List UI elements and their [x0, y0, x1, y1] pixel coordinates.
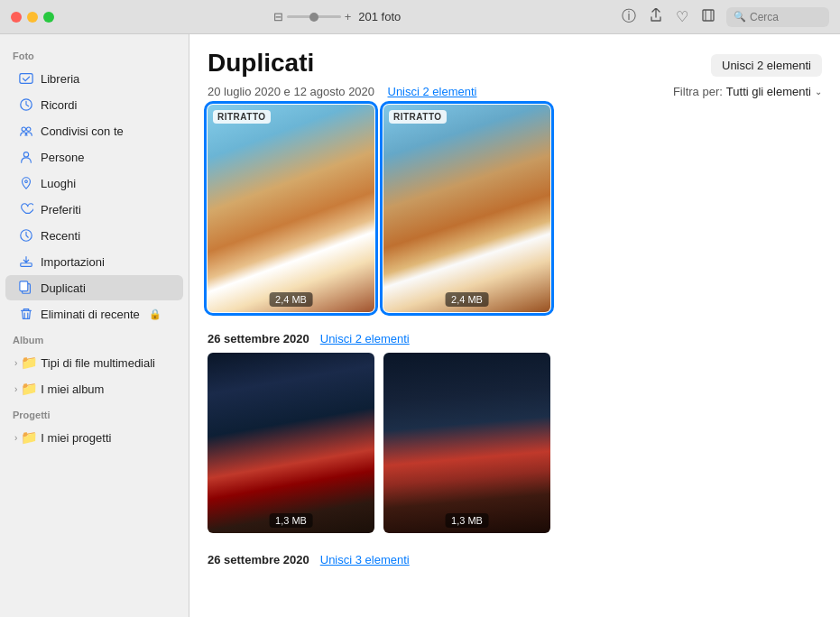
zoom-knob: [309, 13, 318, 22]
recenti-label: Recenti: [41, 229, 80, 243]
photo-item[interactable]: RITRATTO 2,4 MB: [383, 105, 550, 312]
section-date-header-2: 26 settembre 2020 Unisci 2 elementi: [189, 327, 840, 353]
photo-size: 1,3 MB: [445, 513, 489, 528]
eliminati-label: Eliminati di recente: [41, 308, 140, 321]
svg-point-7: [23, 152, 28, 157]
zoom-in-icon: +: [345, 10, 352, 23]
close-button[interactable]: [11, 12, 22, 23]
minimize-button[interactable]: [27, 12, 38, 23]
sidebar-item-eliminati[interactable]: Eliminati di recente 🔒: [5, 301, 183, 327]
date-merge-link[interactable]: Unisci 2 elementi: [388, 85, 477, 98]
main: Foto Libreria Ricordi Condivisi con te P…: [0, 34, 840, 617]
filter-value: Tutti gli elementi: [726, 85, 811, 98]
traffic-lights: [11, 12, 54, 23]
date-range-text: 20 luglio 2020 e 12 agosto 2020: [208, 85, 374, 98]
duplicati-label: Duplicati: [41, 281, 86, 295]
photo-size: 2,4 MB: [269, 292, 313, 307]
folder-miei-album-icon: 📁: [21, 381, 37, 397]
folder-miei-progetti-icon: 📁: [21, 429, 37, 446]
zoom-slider[interactable]: [287, 15, 341, 18]
heart-icon[interactable]: ♡: [674, 6, 690, 27]
svg-rect-3: [20, 74, 32, 84]
memories-icon: [18, 97, 34, 113]
sidebar-item-duplicati[interactable]: Duplicati: [5, 275, 183, 300]
duplicate-icon: [18, 280, 34, 296]
section-merge-link-3[interactable]: Unisci 3 elementi: [320, 553, 410, 566]
recent-icon: [18, 227, 34, 244]
sidebar: Foto Libreria Ricordi Condivisi con te P…: [0, 34, 189, 617]
filter-label: Filtra per:: [673, 85, 723, 98]
ricordi-label: Ricordi: [41, 98, 77, 112]
photo-count: 201 foto: [358, 10, 401, 23]
titlebar: ⊟ + 201 foto ⓘ ♡ 🔍: [0, 0, 840, 34]
info-icon[interactable]: ⓘ: [620, 5, 638, 28]
sidebar-group-miei-album[interactable]: › 📁 I miei album: [5, 376, 183, 401]
svg-point-8: [25, 180, 28, 183]
libreria-label: Libreria: [41, 72, 79, 86]
library-icon: [18, 70, 34, 87]
chevron-miei-progetti-icon: ›: [14, 433, 17, 443]
merge-all-button[interactable]: Unisci 2 elementi: [711, 54, 822, 77]
crop-icon[interactable]: [699, 6, 717, 28]
sidebar-item-importazioni[interactable]: Importazioni: [5, 249, 183, 274]
photo-size: 2,4 MB: [445, 292, 489, 307]
search-box[interactable]: 🔍: [726, 7, 829, 27]
photo-badge: RITRATTO: [213, 110, 271, 124]
search-input[interactable]: [750, 11, 822, 23]
content: Duplicati Unisci 2 elementi 20 luglio 20…: [189, 34, 840, 617]
fullscreen-button[interactable]: [43, 12, 54, 23]
zoom-control[interactable]: ⊟ +: [273, 10, 352, 23]
svg-point-5: [22, 127, 25, 131]
photo-item[interactable]: 1,3 MB: [208, 353, 374, 533]
svg-rect-0: [703, 10, 714, 21]
chevron-miei-album-icon: ›: [14, 384, 17, 394]
photo-grid-section1: RITRATTO 2,4 MB RITRATTO 2,4 MB: [189, 105, 840, 327]
photo-badge: RITRATTO: [389, 110, 447, 124]
miei-progetti-label: I miei progetti: [41, 431, 111, 445]
photo-size: 1,3 MB: [269, 513, 313, 528]
luoghi-label: Luoghi: [41, 177, 76, 190]
sidebar-group-miei-progetti[interactable]: › 📁 I miei progetti: [5, 425, 183, 450]
filter-control[interactable]: Filtra per: Tutti gli elementi ⌄: [673, 85, 822, 98]
sidebar-item-recenti[interactable]: Recenti: [5, 223, 183, 248]
preferiti-label: Preferiti: [41, 203, 81, 216]
folder-tipi-file-icon: 📁: [21, 355, 37, 371]
places-icon: [18, 175, 34, 191]
foto-section-label: Foto: [0, 43, 189, 65]
importazioni-label: Importazioni: [41, 255, 105, 269]
progetti-section-label: Progetti: [0, 402, 189, 424]
svg-rect-10: [21, 263, 32, 267]
shared-icon: [18, 123, 34, 139]
lock-icon: 🔒: [149, 308, 162, 320]
svg-point-6: [26, 127, 30, 131]
sidebar-item-persone[interactable]: Persone: [5, 144, 183, 170]
section-date-header-3: 26 settembre 2020 Unisci 3 elementi: [189, 548, 840, 574]
album-section-label: Album: [0, 327, 189, 349]
sidebar-group-tipi-file[interactable]: › 📁 Tipi di file multimediali: [5, 350, 183, 375]
tipi-file-label: Tipi di file multimediali: [41, 356, 155, 370]
photo-item[interactable]: 1,3 MB: [383, 353, 550, 533]
page-title: Duplicati: [208, 49, 314, 78]
section-date-2: 26 settembre 2020: [208, 332, 309, 345]
photo-item[interactable]: RITRATTO 2,4 MB: [208, 105, 374, 312]
sidebar-item-luoghi[interactable]: Luoghi: [5, 170, 183, 196]
section-date-3: 26 settembre 2020: [208, 553, 309, 566]
import-icon: [18, 253, 34, 270]
sidebar-item-ricordi[interactable]: Ricordi: [5, 92, 183, 117]
filter-chevron-icon: ⌄: [815, 87, 822, 97]
section-merge-link-2[interactable]: Unisci 2 elementi: [320, 332, 410, 345]
condivisi-label: Condivisi con te: [41, 124, 124, 138]
svg-rect-12: [20, 281, 28, 291]
titlebar-center: ⊟ + 201 foto: [61, 10, 613, 23]
share-icon[interactable]: [647, 6, 665, 28]
search-icon: 🔍: [734, 11, 746, 23]
sidebar-item-libreria[interactable]: Libreria: [5, 66, 183, 91]
top-date-filter-row: 20 luglio 2020 e 12 agosto 2020 Unisci 2…: [189, 83, 840, 105]
miei-album-label: I miei album: [41, 382, 104, 396]
sidebar-item-condivisi[interactable]: Condivisi con te: [5, 118, 183, 143]
people-icon: [18, 149, 34, 165]
trash-icon: [18, 306, 34, 322]
titlebar-actions: ⓘ ♡ 🔍: [620, 5, 829, 28]
sidebar-item-preferiti[interactable]: Preferiti: [5, 197, 183, 222]
date-range-row: 20 luglio 2020 e 12 agosto 2020 Unisci 2…: [208, 83, 477, 99]
